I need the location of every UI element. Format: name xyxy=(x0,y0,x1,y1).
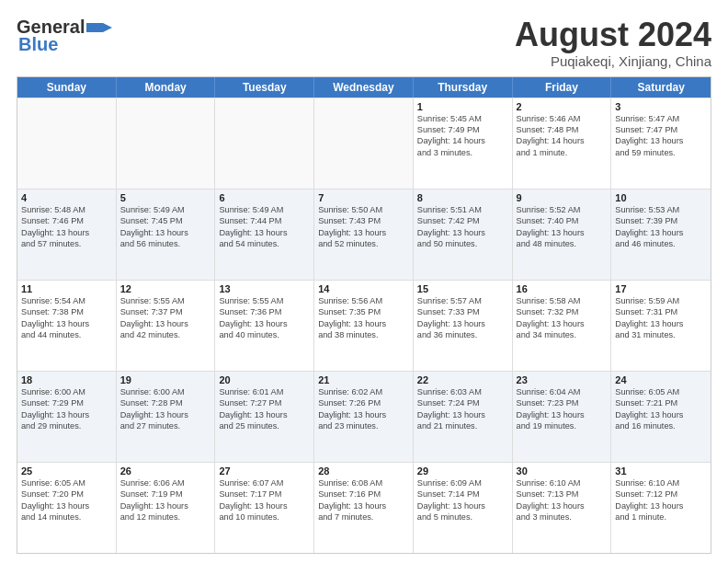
day-number: 20 xyxy=(219,374,310,385)
day-number: 7 xyxy=(318,192,409,203)
day-number: 11 xyxy=(21,283,112,294)
day-info: Sunrise: 5:48 AM Sunset: 7:46 PM Dayligh… xyxy=(21,204,112,250)
weekday-header: Tuesday xyxy=(215,77,314,98)
day-info: Sunrise: 6:00 AM Sunset: 7:29 PM Dayligh… xyxy=(21,386,112,432)
calendar-cell: 12Sunrise: 5:55 AM Sunset: 7:37 PM Dayli… xyxy=(117,281,216,371)
day-info: Sunrise: 5:52 AM Sunset: 7:40 PM Dayligh… xyxy=(517,204,608,250)
calendar-cell: 31Sunrise: 6:10 AM Sunset: 7:12 PM Dayli… xyxy=(611,463,711,553)
page: General Blue August 2024 Puqiakeqi, Xinj… xyxy=(0,0,728,563)
day-number: 17 xyxy=(615,283,707,294)
day-info: Sunrise: 5:47 AM Sunset: 7:47 PM Dayligh… xyxy=(615,113,707,159)
calendar-cell: 2Sunrise: 5:46 AM Sunset: 7:48 PM Daylig… xyxy=(513,98,612,189)
day-info: Sunrise: 6:10 AM Sunset: 7:13 PM Dayligh… xyxy=(517,477,608,523)
title-block: August 2024 Puqiakeqi, Xinjiang, China xyxy=(515,17,711,69)
calendar-body: 1Sunrise: 5:45 AM Sunset: 7:49 PM Daylig… xyxy=(17,98,711,553)
day-info: Sunrise: 6:10 AM Sunset: 7:12 PM Dayligh… xyxy=(615,477,707,523)
calendar-cell: 18Sunrise: 6:00 AM Sunset: 7:29 PM Dayli… xyxy=(17,372,117,462)
day-info: Sunrise: 6:02 AM Sunset: 7:26 PM Dayligh… xyxy=(318,386,409,432)
day-info: Sunrise: 5:55 AM Sunset: 7:36 PM Dayligh… xyxy=(219,295,310,341)
calendar-cell: 23Sunrise: 6:04 AM Sunset: 7:23 PM Dayli… xyxy=(513,372,612,462)
day-number: 26 xyxy=(120,465,211,477)
calendar-cell: 29Sunrise: 6:09 AM Sunset: 7:14 PM Dayli… xyxy=(414,463,513,553)
day-number: 29 xyxy=(417,465,508,477)
day-number: 18 xyxy=(21,374,112,385)
calendar-cell: 1Sunrise: 5:45 AM Sunset: 7:49 PM Daylig… xyxy=(414,98,513,189)
calendar-cell xyxy=(314,98,414,189)
day-info: Sunrise: 5:46 AM Sunset: 7:48 PM Dayligh… xyxy=(517,113,608,159)
day-number: 16 xyxy=(517,283,608,294)
calendar-cell: 30Sunrise: 6:10 AM Sunset: 7:13 PM Dayli… xyxy=(513,463,612,553)
day-info: Sunrise: 6:04 AM Sunset: 7:23 PM Dayligh… xyxy=(517,386,608,432)
day-info: Sunrise: 6:09 AM Sunset: 7:14 PM Dayligh… xyxy=(417,477,508,523)
calendar-cell: 16Sunrise: 5:58 AM Sunset: 7:32 PM Dayli… xyxy=(513,281,612,371)
day-number: 27 xyxy=(219,465,310,477)
svg-marker-0 xyxy=(86,19,112,36)
logo-blue-text: Blue xyxy=(18,34,58,55)
day-number: 24 xyxy=(615,374,707,385)
calendar-header: SundayMondayTuesdayWednesdayThursdayFrid… xyxy=(17,77,711,98)
day-number: 19 xyxy=(120,374,211,385)
day-info: Sunrise: 5:49 AM Sunset: 7:45 PM Dayligh… xyxy=(120,204,211,250)
day-info: Sunrise: 5:51 AM Sunset: 7:42 PM Dayligh… xyxy=(417,204,508,250)
calendar-cell: 6Sunrise: 5:49 AM Sunset: 7:44 PM Daylig… xyxy=(215,190,314,280)
calendar-cell xyxy=(117,98,216,189)
day-number: 5 xyxy=(120,192,211,203)
day-number: 15 xyxy=(417,283,508,294)
day-info: Sunrise: 5:55 AM Sunset: 7:37 PM Dayligh… xyxy=(120,295,211,341)
logo: General Blue xyxy=(17,17,112,55)
calendar-cell: 10Sunrise: 5:53 AM Sunset: 7:39 PM Dayli… xyxy=(611,190,711,280)
weekday-header: Thursday xyxy=(414,77,513,98)
calendar-cell: 9Sunrise: 5:52 AM Sunset: 7:40 PM Daylig… xyxy=(513,190,612,280)
day-info: Sunrise: 5:49 AM Sunset: 7:44 PM Dayligh… xyxy=(219,204,310,250)
day-number: 31 xyxy=(615,465,707,477)
day-number: 28 xyxy=(318,465,409,477)
day-info: Sunrise: 6:00 AM Sunset: 7:28 PM Dayligh… xyxy=(120,386,211,432)
day-number: 25 xyxy=(21,465,112,477)
day-info: Sunrise: 5:54 AM Sunset: 7:38 PM Dayligh… xyxy=(21,295,112,341)
calendar-cell: 22Sunrise: 6:03 AM Sunset: 7:24 PM Dayli… xyxy=(414,372,513,462)
calendar-cell: 24Sunrise: 6:05 AM Sunset: 7:21 PM Dayli… xyxy=(611,372,711,462)
day-number: 22 xyxy=(417,374,508,385)
day-info: Sunrise: 5:58 AM Sunset: 7:32 PM Dayligh… xyxy=(517,295,608,341)
calendar-cell: 21Sunrise: 6:02 AM Sunset: 7:26 PM Dayli… xyxy=(314,372,414,462)
day-number: 13 xyxy=(219,283,310,294)
calendar-cell xyxy=(215,98,314,189)
day-info: Sunrise: 6:05 AM Sunset: 7:21 PM Dayligh… xyxy=(615,386,707,432)
day-number: 14 xyxy=(318,283,409,294)
calendar-cell: 26Sunrise: 6:06 AM Sunset: 7:19 PM Dayli… xyxy=(117,463,216,553)
calendar-cell: 14Sunrise: 5:56 AM Sunset: 7:35 PM Dayli… xyxy=(314,281,414,371)
calendar-row: 11Sunrise: 5:54 AM Sunset: 7:38 PM Dayli… xyxy=(17,280,711,371)
day-info: Sunrise: 6:08 AM Sunset: 7:16 PM Dayligh… xyxy=(318,477,409,523)
day-info: Sunrise: 5:50 AM Sunset: 7:43 PM Dayligh… xyxy=(318,204,409,250)
day-number: 8 xyxy=(417,192,508,203)
day-info: Sunrise: 6:05 AM Sunset: 7:20 PM Dayligh… xyxy=(21,477,112,523)
day-number: 6 xyxy=(219,192,310,203)
calendar-cell: 27Sunrise: 6:07 AM Sunset: 7:17 PM Dayli… xyxy=(215,463,314,553)
calendar-cell: 19Sunrise: 6:00 AM Sunset: 7:28 PM Dayli… xyxy=(117,372,216,462)
day-number: 3 xyxy=(615,101,707,112)
day-info: Sunrise: 5:59 AM Sunset: 7:31 PM Dayligh… xyxy=(615,295,707,341)
calendar-cell: 5Sunrise: 5:49 AM Sunset: 7:45 PM Daylig… xyxy=(117,190,216,280)
calendar-cell: 11Sunrise: 5:54 AM Sunset: 7:38 PM Dayli… xyxy=(17,281,117,371)
day-info: Sunrise: 5:45 AM Sunset: 7:49 PM Dayligh… xyxy=(417,113,508,159)
day-info: Sunrise: 5:56 AM Sunset: 7:35 PM Dayligh… xyxy=(318,295,409,341)
calendar-cell: 20Sunrise: 6:01 AM Sunset: 7:27 PM Dayli… xyxy=(215,372,314,462)
calendar-cell xyxy=(17,98,117,189)
main-title: August 2024 xyxy=(515,17,711,53)
weekday-header: Saturday xyxy=(611,77,711,98)
header: General Blue August 2024 Puqiakeqi, Xinj… xyxy=(17,17,711,69)
calendar-cell: 13Sunrise: 5:55 AM Sunset: 7:36 PM Dayli… xyxy=(215,281,314,371)
calendar-cell: 17Sunrise: 5:59 AM Sunset: 7:31 PM Dayli… xyxy=(611,281,711,371)
calendar-cell: 28Sunrise: 6:08 AM Sunset: 7:16 PM Dayli… xyxy=(314,463,414,553)
day-info: Sunrise: 6:06 AM Sunset: 7:19 PM Dayligh… xyxy=(120,477,211,523)
weekday-header: Friday xyxy=(513,77,612,98)
weekday-header: Monday xyxy=(117,77,216,98)
day-number: 21 xyxy=(318,374,409,385)
day-number: 30 xyxy=(517,465,608,477)
logo-arrow-icon xyxy=(86,19,112,36)
weekday-header: Wednesday xyxy=(314,77,414,98)
calendar-row: 25Sunrise: 6:05 AM Sunset: 7:20 PM Dayli… xyxy=(17,462,711,553)
day-number: 4 xyxy=(21,192,112,203)
day-number: 2 xyxy=(517,101,608,112)
day-number: 9 xyxy=(517,192,608,203)
